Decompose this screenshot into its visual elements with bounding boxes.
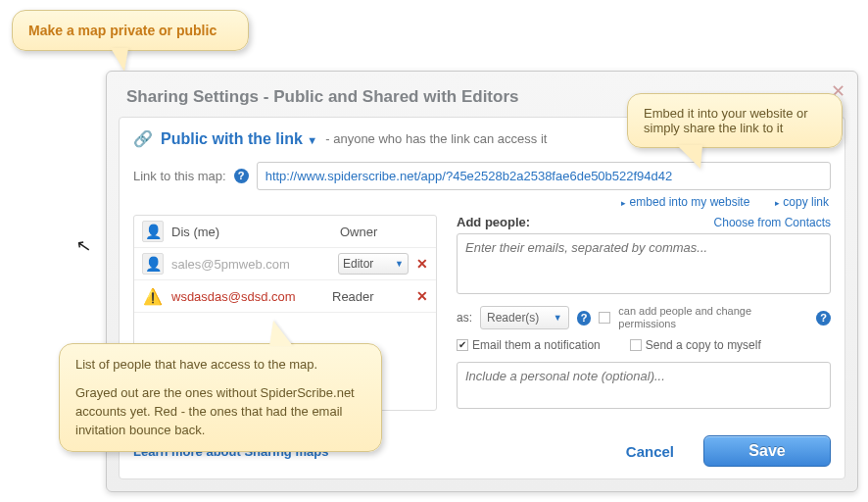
person-role: Owner bbox=[340, 225, 409, 239]
chevron-down-icon: ▼ bbox=[395, 259, 404, 269]
email-notif-label: Email them a notification bbox=[472, 338, 601, 352]
triangle-icon: ▸ bbox=[621, 198, 626, 208]
embed-link[interactable]: ▸ embed into my website bbox=[621, 195, 749, 209]
remove-person-button[interactable]: ✕ bbox=[416, 256, 428, 272]
callout-text: Make a map private or public bbox=[28, 23, 217, 38]
callout-text: Embed it into your website or simply sha… bbox=[644, 106, 808, 135]
avatar-icon: 👤 bbox=[142, 253, 164, 275]
help-icon[interactable]: ? bbox=[234, 169, 249, 183]
role-value: Editor bbox=[343, 257, 373, 271]
callout-text: Grayed out are the ones without SpiderSc… bbox=[75, 384, 365, 440]
link-icon: 🔗 bbox=[133, 129, 153, 148]
choose-contacts-link[interactable]: Choose from Contacts bbox=[714, 216, 831, 229]
emails-input[interactable] bbox=[457, 233, 831, 294]
role-select[interactable]: Editor ▼ bbox=[338, 253, 409, 275]
callout-people-list: List of people that have access to the m… bbox=[59, 343, 382, 452]
visibility-dropdown[interactable]: Public with the link ▼ bbox=[161, 130, 317, 148]
mouse-cursor: ↖ bbox=[74, 234, 93, 258]
visibility-label: Public with the link bbox=[161, 130, 303, 147]
as-label: as: bbox=[457, 311, 472, 325]
person-name: sales@5pmweb.com bbox=[171, 257, 338, 272]
map-link-row: Link to this map: ? bbox=[133, 162, 831, 190]
link-actions: ▸ embed into my website ▸ copy link bbox=[133, 194, 831, 209]
help-icon[interactable]: ? bbox=[816, 311, 831, 326]
chevron-down-icon: ▼ bbox=[554, 313, 562, 323]
visibility-description: - anyone who has the link can access it bbox=[325, 131, 547, 146]
person-role: Reader bbox=[332, 289, 409, 304]
can-add-label: can add people and change permissions bbox=[618, 305, 808, 330]
save-button[interactable]: Save bbox=[703, 435, 831, 467]
as-role-select[interactable]: Reader(s) ▼ bbox=[480, 306, 569, 329]
callout-text: List of people that have access to the m… bbox=[75, 356, 365, 375]
email-notif-checkbox[interactable]: ✔ bbox=[457, 339, 468, 351]
person-name: wsdasdas@sdsd.com bbox=[171, 289, 332, 304]
person-name: Dis (me) bbox=[171, 225, 340, 239]
remove-person-button[interactable]: ✕ bbox=[416, 288, 428, 304]
send-copy-checkbox[interactable] bbox=[630, 339, 642, 351]
callout-embed: Embed it into your website or simply sha… bbox=[627, 93, 843, 148]
add-people-panel: Add people: Choose from Contacts as: Rea… bbox=[457, 215, 831, 412]
copy-label: copy link bbox=[783, 195, 829, 209]
as-role-value: Reader(s) bbox=[487, 311, 539, 325]
people-row: 👤 sales@5pmweb.com Editor ▼ ✕ bbox=[134, 248, 436, 280]
personal-note-input[interactable] bbox=[457, 362, 831, 409]
avatar-icon: 👤 bbox=[142, 221, 164, 242]
copy-link[interactable]: ▸ copy link bbox=[775, 195, 829, 209]
chevron-down-icon: ▼ bbox=[307, 134, 317, 146]
add-people-title: Add people: bbox=[457, 215, 530, 229]
callout-privacy: Make a map private or public bbox=[12, 10, 249, 51]
help-icon[interactable]: ? bbox=[577, 311, 592, 326]
people-row: ⚠️ wsdasdas@sdsd.com Reader ✕ bbox=[134, 280, 436, 313]
people-row: 👤 Dis (me) Owner bbox=[134, 216, 436, 248]
warning-icon: ⚠️ bbox=[142, 285, 164, 307]
link-label: Link to this map: bbox=[133, 169, 226, 183]
cancel-button[interactable]: Cancel bbox=[626, 443, 674, 460]
map-link-input[interactable] bbox=[257, 162, 831, 190]
triangle-icon: ▸ bbox=[775, 198, 780, 208]
can-add-checkbox[interactable] bbox=[599, 312, 610, 324]
embed-label: embed into my website bbox=[630, 195, 750, 209]
send-copy-label: Send a copy to myself bbox=[646, 338, 761, 352]
